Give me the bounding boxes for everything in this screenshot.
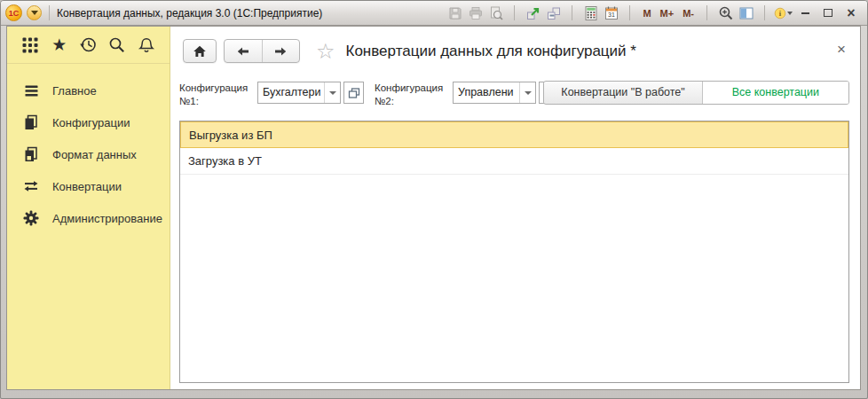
chevron-down-icon <box>31 11 38 15</box>
conversions-list: Выгрузка из БП Загрузка в УТ <box>179 121 849 383</box>
calculator-icon[interactable] <box>581 4 600 22</box>
save-icon[interactable] <box>446 4 464 22</box>
notifications-bell-icon[interactable] <box>137 35 156 55</box>
config2-value: Управлени <box>454 82 519 103</box>
minimize-icon <box>801 12 809 14</box>
info-button[interactable]: i <box>774 4 793 22</box>
divider <box>706 5 707 20</box>
sections-sidebar: ★ Главное <box>7 27 170 389</box>
sidebar-item-administration[interactable]: Администрирование <box>7 202 170 234</box>
documents-icon <box>22 113 40 131</box>
go-to-link-icon[interactable] <box>544 4 563 22</box>
divider <box>514 5 515 20</box>
print-preview-icon[interactable] <box>486 4 505 22</box>
choose-from-list-icon <box>348 87 360 99</box>
forward-button[interactable] <box>262 40 300 62</box>
print-icon[interactable] <box>466 4 485 22</box>
gear-icon <box>22 209 40 227</box>
history-nav-group <box>224 39 300 63</box>
home-button[interactable] <box>183 39 217 63</box>
title-toolbar: 31 M M+ M- i × <box>446 4 862 22</box>
arrow-left-icon <box>236 44 250 59</box>
client-area: ★ Главное <box>6 26 861 390</box>
sidebar-item-main[interactable]: Главное <box>7 74 170 106</box>
arrow-right-icon <box>273 44 288 59</box>
navigation-row: ☆ Конвертации данных для конфигураций * <box>183 39 636 63</box>
config1-dropdown-button[interactable] <box>324 82 340 103</box>
maximize-icon <box>824 9 832 17</box>
chevron-down-icon <box>525 91 532 95</box>
zoom-icon[interactable] <box>716 4 735 22</box>
minimize-button[interactable] <box>794 4 816 22</box>
config1-combobox[interactable]: Бухгалтери <box>257 82 341 104</box>
memory-button[interactable]: M <box>639 4 654 22</box>
form-panel: ☆ Конвертации данных для конфигураций * … <box>170 27 860 389</box>
filter-in-progress-button[interactable]: Конвертации "В работе" <box>544 82 701 104</box>
search-icon[interactable] <box>107 35 127 55</box>
menu-icon <box>22 82 40 99</box>
app-window: 1С Конвертация данных, редакция 3.0 (1С:… <box>0 0 868 399</box>
split-view-icon[interactable] <box>737 4 755 22</box>
swap-arrows-icon <box>22 177 40 195</box>
calendar-icon[interactable]: 31 <box>602 4 620 22</box>
window-title: Конвертация данных, редакция 3.0 (1С:Пре… <box>57 7 322 20</box>
close-button[interactable]: × <box>840 4 862 22</box>
favorites-star-icon[interactable]: ★ <box>50 35 69 55</box>
config2-dropdown-button[interactable] <box>519 82 535 103</box>
maximize-button[interactable] <box>817 4 839 22</box>
sidebar-tools: ★ <box>7 27 170 64</box>
config2-label: Конфигурация №2: <box>375 81 453 108</box>
1c-logo-icon: 1С <box>5 4 22 21</box>
filter-form-row: Конфигурация №1: Бухгалтери Конфигурация… <box>179 81 849 108</box>
config1-value: Бухгалтери <box>258 82 324 103</box>
sidebar-item-label: Главное <box>52 84 97 98</box>
divider <box>629 5 630 20</box>
filter-segmented-control: Конвертации "В работе" Все конвертации <box>543 81 849 105</box>
close-icon: × <box>847 6 855 20</box>
config1-choose-button[interactable] <box>343 82 364 104</box>
chevron-down-icon <box>787 12 793 15</box>
sidebar-item-label: Формат данных <box>52 148 137 161</box>
sidebar-item-configurations[interactable]: Конфигурации <box>7 106 170 138</box>
history-icon[interactable] <box>79 35 99 55</box>
data-format-icon <box>22 145 40 163</box>
calendar-day-label: 31 <box>608 12 615 18</box>
config2-combobox[interactable]: Управлени <box>453 82 536 104</box>
page-title: Конвертации данных для конфигураций * <box>346 43 636 60</box>
sidebar-item-label: Администрирование <box>52 212 162 225</box>
sidebar-item-label: Конвертации <box>52 180 122 193</box>
sidebar-item-conversions[interactable]: Конвертации <box>7 170 170 202</box>
system-menu-button[interactable] <box>27 5 42 20</box>
favorite-star-icon[interactable]: ☆ <box>316 41 335 62</box>
back-button[interactable] <box>225 40 262 62</box>
sidebar-item-data-format[interactable]: Формат данных <box>7 138 170 170</box>
all-functions-grid-icon[interactable] <box>20 35 40 55</box>
divider <box>572 5 572 20</box>
home-icon <box>193 44 207 59</box>
list-item[interactable]: Загрузка в УТ <box>180 148 848 175</box>
title-bar: 1С Конвертация данных, редакция 3.0 (1С:… <box>1 1 867 26</box>
divider <box>49 5 50 20</box>
config1-label: Конфигурация №1: <box>179 81 257 108</box>
form-close-button[interactable]: × <box>837 42 846 57</box>
list-item[interactable]: Выгрузка из БП <box>180 121 848 148</box>
get-link-icon[interactable] <box>524 4 542 22</box>
chevron-down-icon <box>329 91 336 95</box>
sidebar-menu: Главное Конфигурации Формат данных <box>7 64 170 234</box>
memory-plus-button[interactable]: M+ <box>657 4 678 22</box>
sidebar-item-label: Конфигурации <box>52 116 130 129</box>
divider <box>764 5 765 20</box>
filter-all-conversions-button[interactable]: Все конвертации <box>702 82 848 104</box>
memory-minus-button[interactable]: M- <box>679 4 698 22</box>
